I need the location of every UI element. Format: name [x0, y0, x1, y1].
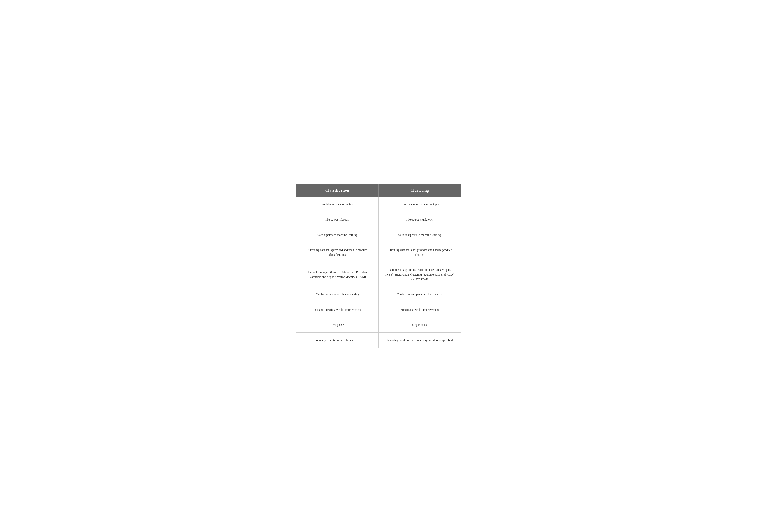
- row-2-col-clustering: Uses unsupervised machine learning: [378, 227, 461, 242]
- table-row: A training data set is provided and used…: [296, 242, 461, 262]
- row-5-col-classification: Can be more compex than clustering: [296, 287, 379, 302]
- row-7-col-clustering: Single-phase: [378, 317, 461, 333]
- table-row: Uses labelled data as the inputUses unla…: [296, 197, 461, 212]
- row-4-col-clustering: Examples of algorithms: Partition-based …: [378, 262, 461, 287]
- table-row: Examples of algorithms: Decision-trees, …: [296, 262, 461, 287]
- header-clustering: Clustering: [378, 184, 461, 197]
- table-row: The output is knownThe output is unknown: [296, 212, 461, 227]
- table-row: Boundary conditions must be specifiedBou…: [296, 332, 461, 348]
- row-1-col-clustering: The output is unknown: [378, 212, 461, 227]
- row-6-col-clustering: Specifies areas for improvement: [378, 302, 461, 317]
- row-2-col-classification: Uses supervised machine learning: [296, 227, 379, 242]
- row-8-col-classification: Boundary conditions must be specified: [296, 332, 379, 348]
- row-5-col-clustering: Can be less compex than classification: [378, 287, 461, 302]
- row-6-col-classification: Does not specify areas for improvement: [296, 302, 379, 317]
- comparison-table: Classification Clustering Uses labelled …: [296, 184, 461, 348]
- row-3-col-clustering: A training data set is not provided and …: [378, 242, 461, 262]
- table-row: Can be more compex than clusteringCan be…: [296, 287, 461, 302]
- row-7-col-classification: Two-phase: [296, 317, 379, 333]
- row-0-col-clustering: Uses unlabelled data as the input: [378, 197, 461, 212]
- row-3-col-classification: A training data set is provided and used…: [296, 242, 379, 262]
- table-row: Does not specify areas for improvementSp…: [296, 302, 461, 317]
- table-row: Two-phaseSingle-phase: [296, 317, 461, 333]
- row-8-col-clustering: Boundary conditions do not always need t…: [378, 332, 461, 348]
- table-row: Uses supervised machine learningUses uns…: [296, 227, 461, 242]
- row-4-col-classification: Examples of algorithms: Decision-trees, …: [296, 262, 379, 287]
- row-0-col-classification: Uses labelled data as the input: [296, 197, 379, 212]
- header-classification: Classification: [296, 184, 379, 197]
- row-1-col-classification: The output is known: [296, 212, 379, 227]
